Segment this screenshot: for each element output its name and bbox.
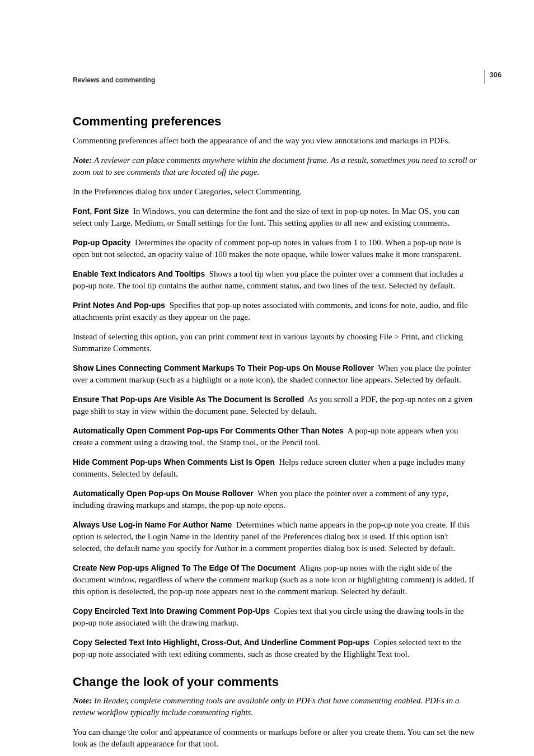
term-show-lines: Show Lines Connecting Comment Markups To… — [73, 363, 374, 372]
note-label: Note: — [73, 156, 94, 165]
term-font: Font, Font Size — [73, 207, 129, 216]
def-show-lines: Show Lines Connecting Comment Markups To… — [73, 362, 478, 386]
note-paragraph: Note: A reviewer can place comments anyw… — [73, 155, 478, 178]
def-login-name: Always Use Log-in Name For Author Name D… — [73, 519, 478, 554]
desc-font: In Windows, you can determine the font a… — [73, 207, 460, 227]
term-print-notes: Print Notes And Pop-ups — [73, 301, 165, 310]
def-font: Font, Font Size In Windows, you can dete… — [73, 206, 478, 229]
term-tooltips: Enable Text Indicators And Tooltips — [73, 269, 205, 278]
def-hide-popups: Hide Comment Pop-ups When Comments List … — [73, 456, 478, 480]
intro-paragraph: Commenting preferences affect both the a… — [73, 135, 478, 147]
def-auto-open-other: Automatically Open Comment Pop-ups For C… — [73, 425, 478, 449]
term-copy-selected: Copy Selected Text Into Highlight, Cross… — [73, 638, 369, 647]
term-hide-popups: Hide Comment Pop-ups When Comments List … — [73, 458, 275, 466]
breadcrumb: Reviews and commenting — [73, 76, 478, 85]
pref-line: In the Preferences dialog box under Cate… — [73, 186, 478, 198]
heading-change-look: Change the look of your comments — [73, 674, 478, 691]
note2-label: Note: — [73, 696, 94, 705]
term-auto-open-other: Automatically Open Comment Pop-ups For C… — [73, 426, 344, 435]
def-aligned-edge: Create New Pop-ups Aligned To The Edge O… — [73, 562, 478, 598]
print-extra: Instead of selecting this option, you ca… — [73, 331, 478, 354]
term-aligned-edge: Create New Pop-ups Aligned To The Edge O… — [73, 563, 296, 572]
def-tooltips: Enable Text Indicators And Tooltips Show… — [73, 268, 478, 292]
term-opacity: Pop-up Opacity — [73, 238, 130, 247]
page-number: 306 — [484, 70, 502, 83]
term-copy-encircled: Copy Encircled Text Into Drawing Comment… — [73, 606, 270, 615]
page: 306 Reviews and commenting Commenting pr… — [0, 0, 534, 756]
def-ensure-visible: Ensure That Pop-ups Are Visible As The D… — [73, 394, 478, 417]
term-login-name: Always Use Log-in Name For Author Name — [73, 520, 232, 529]
def-copy-selected: Copy Selected Text Into Highlight, Cross… — [73, 637, 478, 660]
def-print-notes: Print Notes And Pop-ups Specifies that p… — [73, 300, 478, 323]
def-opacity: Pop-up Opacity Determines the opacity of… — [73, 237, 478, 260]
heading-commenting-preferences: Commenting preferences — [73, 113, 478, 130]
def-auto-open-rollover: Automatically Open Pop-ups On Mouse Roll… — [73, 488, 478, 511]
def-copy-encircled: Copy Encircled Text Into Drawing Comment… — [73, 605, 478, 629]
desc-opacity: Determines the opacity of comment pop-up… — [73, 238, 461, 259]
note2-body: In Reader, complete commenting tools are… — [73, 696, 460, 717]
term-ensure-visible: Ensure That Pop-ups Are Visible As The D… — [73, 395, 304, 404]
note-body: A reviewer can place comments anywhere w… — [73, 156, 477, 176]
section2-body: You can change the color and appearance … — [73, 726, 478, 750]
note2-paragraph: Note: In Reader, complete commenting too… — [73, 695, 478, 718]
term-auto-open-rollover: Automatically Open Pop-ups On Mouse Roll… — [73, 489, 254, 498]
